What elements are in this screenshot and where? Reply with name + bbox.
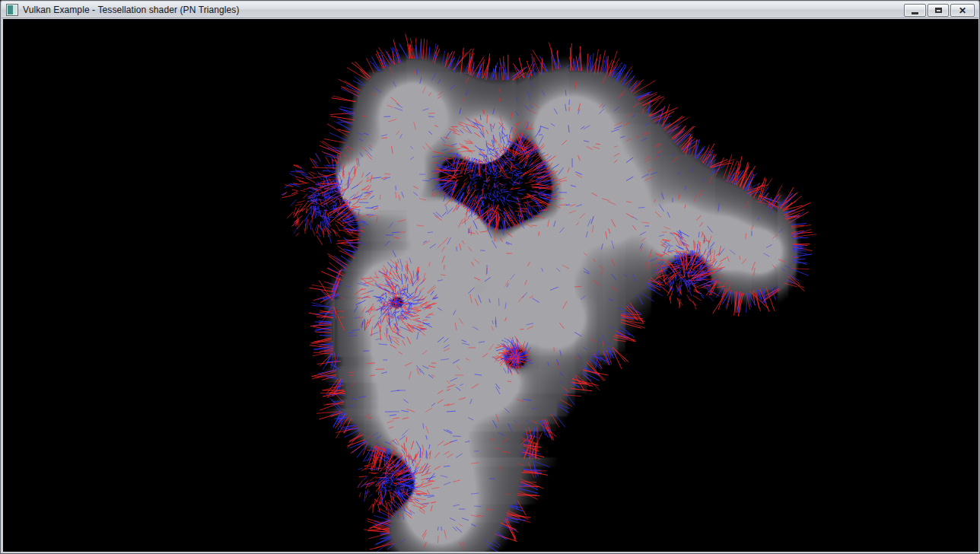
viewport <box>3 19 978 552</box>
viewport-canvas[interactable] <box>3 19 978 552</box>
app-window: Vulkan Example - Tessellation shader (PN… <box>0 0 980 554</box>
close-icon: ✕ <box>959 6 966 15</box>
window-controls: ✕ <box>904 4 975 17</box>
window-title: Vulkan Example - Tessellation shader (PN… <box>23 5 240 15</box>
title-bar[interactable]: Vulkan Example - Tessellation shader (PN… <box>2 2 978 18</box>
maximize-button[interactable] <box>928 4 949 17</box>
app-icon <box>6 4 18 16</box>
close-button[interactable]: ✕ <box>950 4 975 17</box>
minimize-button[interactable] <box>904 4 926 17</box>
maximize-icon <box>935 8 942 13</box>
minimize-icon <box>912 12 918 14</box>
